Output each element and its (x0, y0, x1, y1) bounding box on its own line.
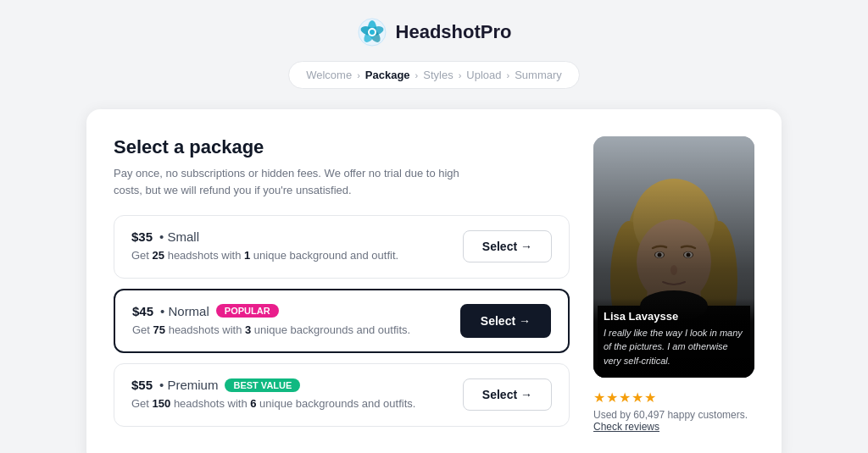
package-card-small: $35 • Small Get 25 headshots with 1 uniq… (114, 215, 570, 279)
package-info-premium: $55 • Premium BEST VALUE Get 150 headsho… (131, 378, 415, 412)
package-info-normal: $45 • Normal POPULAR Get 75 headshots wi… (132, 304, 410, 339)
testimonial-card: Lisa Lavaysse I really like the way I lo… (593, 136, 754, 378)
logo-area: HeadshotPro (357, 17, 512, 47)
package-title-small: $35 • Small (131, 229, 398, 244)
breadcrumb-sep-3: › (459, 70, 462, 80)
package-desc-normal: Get 75 headshots with 3 unique backgroun… (132, 322, 410, 339)
package-size-premium: • Premium (159, 378, 218, 392)
select-button-small[interactable]: Select → (463, 230, 552, 262)
page-wrapper: HeadshotPro Welcome › Package › Styles ›… (0, 0, 868, 453)
star-rating: ★★★★★ (593, 389, 754, 406)
review-count: Used by 60,497 happy customers. (593, 409, 754, 421)
package-price-small: $35 (131, 229, 153, 244)
best-value-badge: BEST VALUE (225, 378, 300, 392)
package-desc-premium: Get 150 headshots with 6 unique backgrou… (131, 395, 415, 412)
select-button-premium[interactable]: Select → (463, 378, 552, 411)
breadcrumb-styles[interactable]: Styles (423, 69, 453, 81)
package-size-normal: • Normal (160, 304, 209, 318)
logo-text: HeadshotPro (396, 21, 512, 43)
breadcrumb-sep-1: › (357, 70, 360, 80)
breadcrumb-package[interactable]: Package (365, 69, 410, 81)
page-title: Select a package (114, 136, 570, 158)
package-card-premium: $55 • Premium BEST VALUE Get 150 headsho… (114, 363, 570, 427)
package-title-normal: $45 • Normal POPULAR (132, 304, 410, 318)
breadcrumb-upload[interactable]: Upload (466, 69, 501, 81)
breadcrumb-sep-4: › (507, 70, 510, 80)
package-desc-small: Get 25 headshots with 1 unique backgroun… (131, 247, 398, 264)
select-button-normal[interactable]: Select → (460, 304, 551, 338)
popular-badge: POPULAR (216, 304, 279, 318)
package-price-normal: $45 (132, 304, 153, 318)
breadcrumb: Welcome › Package › Styles › Upload › Su… (288, 61, 580, 89)
package-price-premium: $55 (131, 378, 153, 392)
logo-icon (357, 17, 387, 47)
testimonial-overlay: Lisa Lavaysse I really like the way I lo… (593, 298, 754, 378)
package-info-small: $35 • Small Get 25 headshots with 1 uniq… (131, 229, 398, 264)
package-card-normal: $45 • Normal POPULAR Get 75 headshots wi… (114, 289, 570, 354)
breadcrumb-summary[interactable]: Summary (515, 69, 562, 81)
left-panel: Select a package Pay once, no subscripti… (114, 136, 570, 437)
main-card: Select a package Pay once, no subscripti… (86, 109, 782, 453)
breadcrumb-sep-2: › (415, 70, 419, 80)
svg-point-7 (370, 30, 375, 35)
package-size-small: • Small (159, 229, 199, 244)
review-link[interactable]: Check reviews (593, 421, 754, 433)
right-panel: Lisa Lavaysse I really like the way I lo… (593, 136, 754, 437)
package-title-premium: $55 • Premium BEST VALUE (131, 378, 415, 392)
testimonial-name: Lisa Lavaysse (604, 310, 744, 323)
page-description: Pay once, no subscriptions or hidden fee… (114, 165, 470, 198)
breadcrumb-welcome[interactable]: Welcome (306, 69, 352, 81)
testimonial-quote: I really like the way I look in many of … (604, 326, 744, 368)
